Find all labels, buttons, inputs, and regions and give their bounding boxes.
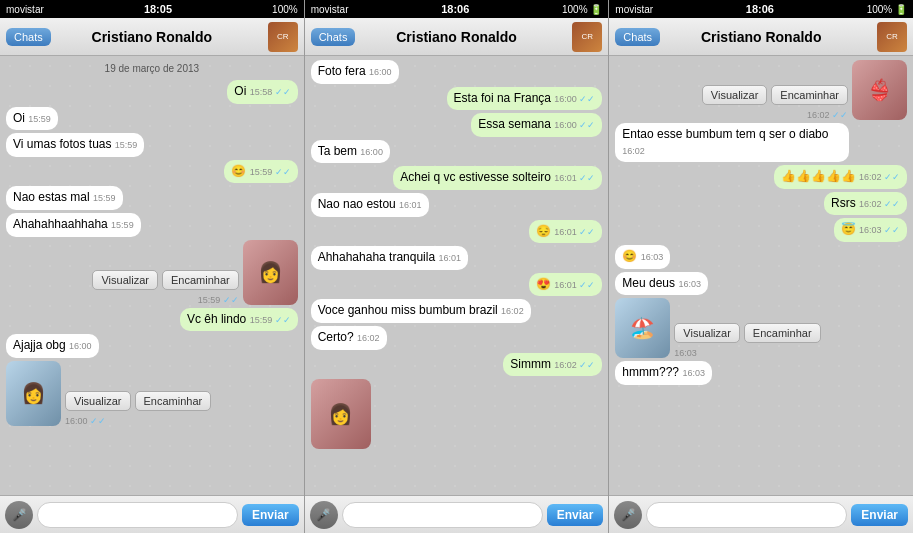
- back-button-1[interactable]: Chats: [6, 28, 51, 46]
- bubble2-s4: 😔 16:01 ✓✓: [529, 220, 602, 244]
- msg-media-r1: 👩 Visualizar Encaminhar 16:00 ✓✓: [6, 361, 211, 426]
- media3-thumb-r1: 🏖️: [615, 298, 670, 358]
- bubble2-r1: Foto fera 16:00: [311, 60, 399, 84]
- bubble2-s5: 😍 16:01 ✓✓: [529, 273, 602, 297]
- msg3-r1: Entao esse bumbum tem q ser o diabo 16:0…: [615, 123, 848, 162]
- bubble3-s1: 👍👍👍👍👍 16:02 ✓✓: [774, 165, 907, 189]
- text-input-3[interactable]: [646, 502, 847, 528]
- msg3-media-r1: 🏖️ Visualizar Encaminhar 16:03: [615, 298, 820, 358]
- avatar-img-2: CR: [572, 22, 602, 52]
- send-button-3[interactable]: Enviar: [851, 504, 908, 526]
- status-bar-1: movistar 18:05 100%: [0, 0, 304, 18]
- media-thumb-s1: 👩: [243, 240, 298, 305]
- encaminhar-btn-s1[interactable]: Encaminhar: [162, 270, 239, 290]
- carrier-1: movistar: [6, 4, 44, 15]
- media3-img-s1: 👙: [852, 60, 907, 120]
- input-bar-2: 🎤 Enviar: [305, 495, 609, 533]
- nav-bar-1: Chats Cristiano Ronaldo CR: [0, 18, 304, 56]
- msg-r5: Ajajja obg 16:00: [6, 334, 99, 358]
- chat-area-3: Visualizar Encaminhar 16:02 ✓✓ 👙 Entao e…: [609, 56, 913, 495]
- bubble3-s3: 😇 16:03 ✓✓: [834, 218, 907, 242]
- bubble3-r4: hmmm??? 16:03: [615, 361, 712, 385]
- msg3-s2: Rsrs 16:02 ✓✓: [824, 192, 907, 216]
- bubble3-r2: 😊 16:03: [615, 245, 670, 269]
- avatar-img-3: CR: [877, 22, 907, 52]
- bubble2-s1: Esta foi na França 16:00 ✓✓: [447, 87, 603, 111]
- chat-content-2: Foto fera 16:00 Esta foi na França 16:00…: [311, 60, 603, 449]
- text-input-1[interactable]: [37, 502, 238, 528]
- msg-media-s1: Visualizar Encaminhar 15:59 ✓✓ 👩: [92, 240, 297, 305]
- text-input-2[interactable]: [342, 502, 543, 528]
- bubble-s1: Oi 15:58 ✓✓: [227, 80, 297, 104]
- nav-title-1: Cristiano Ronaldo: [92, 29, 213, 45]
- msg-s1: Oi 15:58 ✓✓: [227, 80, 297, 104]
- bubble3-s2: Rsrs 16:02 ✓✓: [824, 192, 907, 216]
- bubble2-s3: Achei q vc estivesse solteiro 16:01 ✓✓: [393, 166, 602, 190]
- media2-thumb-r1: 👩: [311, 379, 371, 449]
- avatar-1: CR: [268, 22, 298, 52]
- screen-3: movistar 18:06 100% 🔋 Chats Cristiano Ro…: [609, 0, 913, 533]
- bubble-r1: Oi 15:59: [6, 107, 58, 131]
- action-row-s1: Visualizar Encaminhar: [92, 270, 238, 290]
- msg2-s2: Essa semana 16:00 ✓✓: [471, 113, 602, 137]
- status-bar-3: movistar 18:06 100% 🔋: [609, 0, 913, 18]
- screen-2: movistar 18:06 100% 🔋 Chats Cristiano Ro…: [305, 0, 610, 533]
- bubble2-r2: Ta bem 16:00: [311, 140, 390, 164]
- action-row3-r1: Visualizar Encaminhar: [674, 323, 820, 343]
- encaminhar-btn-r1[interactable]: Encaminhar: [135, 391, 212, 411]
- msg3-s1: 👍👍👍👍👍 16:02 ✓✓: [774, 165, 907, 189]
- encaminhar-btn3-s1[interactable]: Encaminhar: [771, 85, 848, 105]
- time-1: 18:05: [144, 3, 172, 15]
- nav-bar-2: Chats Cristiano Ronaldo CR: [305, 18, 609, 56]
- back-button-3[interactable]: Chats: [615, 28, 660, 46]
- avatar-2: CR: [572, 22, 602, 52]
- bubble2-r3: Nao nao estou 16:01: [311, 193, 429, 217]
- send-button-1[interactable]: Enviar: [242, 504, 299, 526]
- battery-2: 100% 🔋: [562, 4, 602, 15]
- nav-title-3: Cristiano Ronaldo: [701, 29, 822, 45]
- mic-button-1[interactable]: 🎤: [5, 501, 33, 529]
- chat-content-1: 19 de março de 2013 Oi 15:58 ✓✓ Oi 15:59…: [6, 60, 298, 426]
- msg3-r3: Meu deus 16:03: [615, 272, 708, 296]
- bubble2-r4: Ahhahahaha tranquila 16:01: [311, 246, 468, 270]
- time-2: 18:06: [441, 3, 469, 15]
- carrier-2: movistar: [311, 4, 349, 15]
- msg2-r6: Certo? 16:02: [311, 326, 387, 350]
- msg-r4: Ahahahhaahhaha 15:59: [6, 213, 141, 237]
- nav-title-2: Cristiano Ronaldo: [396, 29, 517, 45]
- msg2-s3: Achei q vc estivesse solteiro 16:01 ✓✓: [393, 166, 602, 190]
- bubble-r3: Nao estas mal 15:59: [6, 186, 123, 210]
- send-button-2[interactable]: Enviar: [547, 504, 604, 526]
- screen-1: movistar 18:05 100% Chats Cristiano Rona…: [0, 0, 305, 533]
- bubble3-r3: Meu deus 16:03: [615, 272, 708, 296]
- visualizar-btn-r1[interactable]: Visualizar: [65, 391, 131, 411]
- chat-area-1: 19 de março de 2013 Oi 15:58 ✓✓ Oi 15:59…: [0, 56, 304, 495]
- avatar-3: CR: [877, 22, 907, 52]
- chat-content-3: Visualizar Encaminhar 16:02 ✓✓ 👙 Entao e…: [615, 60, 907, 385]
- msg2-s5: 😍 16:01 ✓✓: [529, 273, 602, 297]
- media-img-s1: 👩: [243, 240, 298, 305]
- battery-3: 100% 🔋: [867, 4, 907, 15]
- visualizar-btn3-r1[interactable]: Visualizar: [674, 323, 740, 343]
- chat-area-2: Foto fera 16:00 Esta foi na França 16:00…: [305, 56, 609, 495]
- media-img-r1: 👩: [6, 361, 61, 426]
- avatar-img-1: CR: [268, 22, 298, 52]
- media2-img-r1: 👩: [311, 379, 371, 449]
- bubble-s2: 😊 15:59 ✓✓: [224, 160, 297, 184]
- bubble-r5: Ajajja obg 16:00: [6, 334, 99, 358]
- screens-container: movistar 18:05 100% Chats Cristiano Rona…: [0, 0, 913, 533]
- nav-bar-3: Chats Cristiano Ronaldo CR: [609, 18, 913, 56]
- bubble3-r1: Entao esse bumbum tem q ser o diabo 16:0…: [615, 123, 848, 162]
- back-button-2[interactable]: Chats: [311, 28, 356, 46]
- visualizar-btn-s1[interactable]: Visualizar: [92, 270, 158, 290]
- mic-button-2[interactable]: 🎤: [310, 501, 338, 529]
- encaminhar-btn3-r1[interactable]: Encaminhar: [744, 323, 821, 343]
- msg2-media-r1: 👩: [311, 379, 371, 449]
- msg3-r4: hmmm??? 16:03: [615, 361, 712, 385]
- msg2-s6: Simmm 16:02 ✓✓: [503, 353, 602, 377]
- time-3: 18:06: [746, 3, 774, 15]
- bubble2-s6: Simmm 16:02 ✓✓: [503, 353, 602, 377]
- mic-button-3[interactable]: 🎤: [614, 501, 642, 529]
- visualizar-btn3-s1[interactable]: Visualizar: [702, 85, 768, 105]
- msg2-s1: Esta foi na França 16:00 ✓✓: [447, 87, 603, 111]
